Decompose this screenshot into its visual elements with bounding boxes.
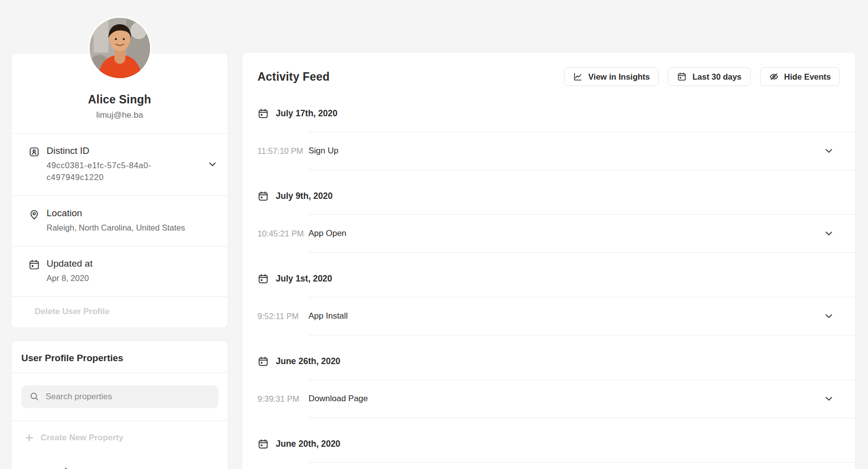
profile-email: limuj@he.ba bbox=[11, 110, 228, 120]
event-expander[interactable]: App Open bbox=[308, 214, 855, 253]
field-label: Updated at bbox=[47, 258, 218, 269]
location-pin-icon bbox=[28, 208, 40, 220]
event-row: 9:52:11 PM App Install bbox=[257, 297, 855, 335]
activity-feed-card: Activity Feed View in Insights Last 30 d… bbox=[242, 52, 856, 469]
field-value: Apr 8, 2020 bbox=[47, 273, 218, 284]
feed-group: June 20th, 2020 bbox=[257, 436, 855, 469]
event-row: 10:45:21 PM App Open bbox=[257, 214, 855, 253]
calendar-icon bbox=[28, 259, 40, 271]
last-30-days-button[interactable]: Last 30 days bbox=[668, 67, 750, 86]
chevron-down-icon[interactable] bbox=[823, 228, 834, 239]
event-name: Sign Up bbox=[308, 146, 338, 156]
chevron-down-icon[interactable] bbox=[823, 311, 834, 322]
hide-events-button[interactable]: Hide Events bbox=[760, 67, 840, 86]
date-label: July 17th, 2020 bbox=[276, 108, 338, 119]
event-time: 11:57:10 PM bbox=[257, 132, 308, 170]
event-name: App Install bbox=[308, 311, 348, 321]
date-label: July 1st, 2020 bbox=[276, 274, 332, 284]
calendar-icon bbox=[257, 273, 269, 284]
field-label: Location bbox=[47, 208, 218, 219]
button-label: View in Insights bbox=[588, 72, 650, 82]
date-label: July 9th, 2020 bbox=[276, 191, 333, 201]
chevron-down-icon[interactable] bbox=[207, 159, 218, 170]
plus-icon bbox=[25, 433, 34, 442]
event-time: 10:45:21 PM bbox=[257, 214, 308, 253]
view-in-insights-button[interactable]: View in Insights bbox=[564, 67, 659, 86]
event-expander[interactable]: App Install bbox=[308, 297, 855, 335]
calendar-icon bbox=[257, 108, 269, 119]
calendar-icon bbox=[257, 356, 269, 367]
create-new-property-button[interactable]: Create New Property bbox=[41, 433, 123, 443]
search-box[interactable] bbox=[21, 385, 218, 408]
event-name: App Open bbox=[308, 229, 347, 238]
properties-search-section bbox=[11, 373, 228, 421]
event-expander[interactable]: Download Page bbox=[308, 379, 855, 418]
event-expander bbox=[308, 462, 855, 469]
profile-field-updated-at: Updated at Apr 8, 2020 bbox=[11, 246, 228, 296]
chevron-down-icon[interactable] bbox=[823, 393, 834, 404]
date-header: June 26th, 2020 bbox=[257, 354, 855, 369]
property-item[interactable]: app version 2.3 bbox=[11, 455, 228, 469]
date-header: July 1st, 2020 bbox=[257, 271, 855, 286]
activity-feed-header: Activity Feed View in Insights Last 30 d… bbox=[242, 52, 855, 86]
button-label: Last 30 days bbox=[692, 72, 741, 82]
activity-feed-list: July 17th, 2020 11:57:10 PM Sign Up bbox=[242, 106, 855, 469]
sidebar: Alice Singh limuj@he.ba Distinct ID 49cc… bbox=[11, 17, 228, 469]
event-name: Download Page bbox=[308, 394, 368, 404]
calendar-icon bbox=[257, 190, 269, 202]
event-time: 9:39:31 PM bbox=[257, 379, 308, 418]
search-icon bbox=[29, 391, 40, 402]
calendar-icon bbox=[257, 438, 269, 450]
event-row: 9:39:31 PM Download Page bbox=[257, 379, 855, 418]
date-label: June 26th, 2020 bbox=[276, 356, 340, 367]
calendar-icon bbox=[677, 72, 687, 82]
feed-group: June 26th, 2020 9:39:31 PM Download Page bbox=[257, 354, 855, 418]
button-label: Hide Events bbox=[784, 72, 831, 82]
event-time: 9:52:11 PM bbox=[257, 297, 308, 335]
feed-actions: View in Insights Last 30 days Hi bbox=[564, 67, 840, 86]
properties-title: User Profile Properties bbox=[11, 341, 228, 373]
date-header: July 17th, 2020 bbox=[257, 106, 855, 121]
date-header: June 20th, 2020 bbox=[257, 436, 855, 451]
avatar bbox=[90, 18, 150, 78]
field-value: 49cc0381-e1fc-57c5-84a0-c497949c1220 bbox=[47, 160, 169, 184]
event-row bbox=[257, 462, 855, 469]
user-profile-properties-card: User Profile Properties Create New Prope… bbox=[11, 340, 228, 469]
event-row: 11:57:10 PM Sign Up bbox=[257, 132, 855, 170]
chevron-down-icon[interactable] bbox=[823, 145, 834, 156]
id-badge-icon bbox=[28, 146, 40, 158]
profile-card: Alice Singh limuj@he.ba Distinct ID 49cc… bbox=[11, 53, 228, 328]
delete-user-profile-row: Delete User Profile bbox=[11, 296, 228, 328]
feed-group: July 17th, 2020 11:57:10 PM Sign Up bbox=[257, 106, 855, 170]
field-value: Raleigh, North Carolina, United States bbox=[47, 222, 218, 234]
date-label: June 20th, 2020 bbox=[276, 439, 340, 449]
profile-field-location: Location Raleigh, North Carolina, United… bbox=[11, 195, 228, 246]
line-chart-icon bbox=[573, 72, 583, 82]
profile-field-distinct-id: Distinct ID 49cc0381-e1fc-57c5-84a0-c497… bbox=[11, 133, 228, 195]
field-label: Distinct ID bbox=[47, 145, 207, 156]
create-new-property-row[interactable]: Create New Property bbox=[11, 421, 228, 455]
date-header: July 9th, 2020 bbox=[257, 188, 855, 203]
eye-off-icon bbox=[769, 72, 779, 82]
property-name: app version bbox=[31, 467, 218, 469]
avatar-illustration bbox=[90, 18, 150, 78]
event-time bbox=[257, 462, 308, 469]
page-title: Activity Feed bbox=[257, 70, 330, 84]
feed-group: July 1st, 2020 9:52:11 PM App Install bbox=[257, 271, 855, 335]
feed-group: July 9th, 2020 10:45:21 PM App Open bbox=[257, 188, 855, 253]
profile-name: Alice Singh bbox=[11, 93, 228, 106]
delete-user-profile-button[interactable]: Delete User Profile bbox=[35, 307, 109, 316]
event-expander[interactable]: Sign Up bbox=[308, 132, 855, 170]
search-input[interactable] bbox=[46, 392, 210, 402]
